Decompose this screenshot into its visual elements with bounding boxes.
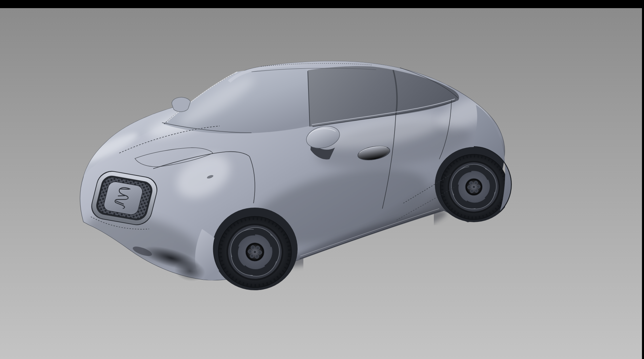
far-side-mirror [172, 97, 190, 112]
right-letterbox-bar [642, 0, 644, 359]
top-letterbox-bar [0, 0, 644, 8]
car-model [0, 0, 644, 359]
cad-application-window [0, 0, 644, 359]
